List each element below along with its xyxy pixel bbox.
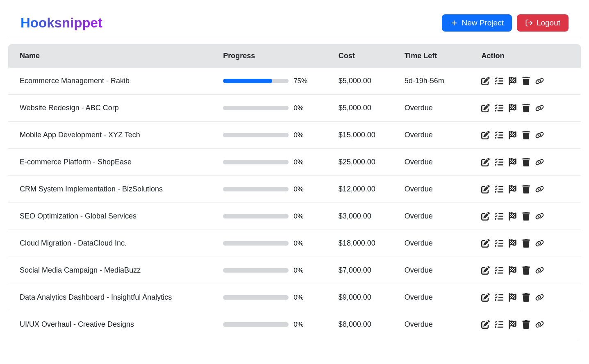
table-row: Ecommerce Management - Rakib75%$5,000.00… [8,68,581,95]
logout-button[interactable]: Logout [517,14,569,32]
tasks-icon[interactable] [495,266,503,275]
progress-cell: 0% [223,104,339,112]
project-name: Ecommerce Management - Rakib [20,77,223,85]
table-row: CRM System Implementation - BizSolutions… [8,176,581,203]
edit-icon[interactable] [481,266,490,275]
progress-bar [223,79,289,83]
edit-icon[interactable] [481,185,490,193]
new-project-button[interactable]: New Project [442,14,512,32]
tasks-icon[interactable] [495,185,503,193]
progress-bar [223,160,289,164]
flag-icon[interactable] [508,77,517,85]
tasks-icon[interactable] [495,320,503,329]
project-name: Data Analytics Dashboard - Insightful An… [20,293,223,302]
brand-logo[interactable]: Hooksnippet [20,15,102,31]
flag-icon[interactable] [508,185,517,193]
tasks-icon[interactable] [495,131,503,139]
edit-icon[interactable] [481,131,490,139]
project-timeleft: Overdue [405,185,482,193]
project-timeleft: Overdue [405,320,482,329]
link-icon[interactable] [535,77,544,85]
flag-icon[interactable] [508,239,517,248]
flag-icon[interactable] [508,320,517,329]
link-icon[interactable] [535,239,544,248]
tasks-icon[interactable] [495,212,503,221]
flag-icon[interactable] [508,293,517,302]
flag-icon[interactable] [508,104,517,112]
progress-label: 0% [293,212,304,221]
project-name: Website Redesign - ABC Corp [20,104,223,112]
flag-icon[interactable] [508,266,517,275]
trash-icon[interactable] [522,266,530,275]
trash-icon[interactable] [522,131,530,139]
progress-bar [223,322,289,327]
project-timeleft: Overdue [405,104,482,112]
progress-cell: 0% [223,239,339,248]
edit-icon[interactable] [481,77,490,85]
table-row: Mobile App Development - XYZ Tech0%$15,0… [8,122,581,149]
project-cost: $15,000.00 [339,131,405,139]
tasks-icon[interactable] [495,77,503,85]
progress-bar [223,295,289,300]
trash-icon[interactable] [522,104,530,112]
flag-icon[interactable] [508,131,517,139]
flag-icon[interactable] [508,212,517,221]
actions-cell [481,293,569,302]
project-name: CRM System Implementation - BizSolutions [20,185,223,193]
actions-cell [481,239,569,248]
project-timeleft: Overdue [405,266,482,275]
edit-icon[interactable] [481,293,490,302]
progress-label: 0% [293,266,304,275]
progress-bar [223,241,289,246]
progress-label: 75% [293,77,307,85]
link-icon[interactable] [535,293,544,302]
trash-icon[interactable] [522,77,530,85]
tasks-icon[interactable] [495,104,503,112]
projects-table: Name Progress Cost Time Left Action Ecom… [8,44,581,338]
tasks-icon[interactable] [495,293,503,302]
link-icon[interactable] [535,185,544,193]
trash-icon[interactable] [522,185,530,193]
trash-icon[interactable] [522,212,530,221]
link-icon[interactable] [535,131,544,139]
project-timeleft: Overdue [405,293,482,302]
progress-label: 0% [293,321,304,329]
link-icon[interactable] [535,104,544,112]
progress-bar [223,133,289,137]
actions-cell [481,131,569,139]
edit-icon[interactable] [481,212,490,221]
trash-icon[interactable] [522,239,530,248]
progress-label: 0% [293,158,304,166]
table-row: SEO Optimization - Global Services0%$3,0… [8,203,581,230]
flag-icon[interactable] [508,158,517,166]
tasks-icon[interactable] [495,239,503,248]
table-row: UI/UX Overhaul - Creative Designs0%$8,00… [8,311,581,338]
progress-bar [223,106,289,110]
project-name: Cloud Migration - DataCloud Inc. [20,239,223,248]
link-icon[interactable] [535,158,544,166]
tasks-icon[interactable] [495,158,503,166]
trash-icon[interactable] [522,158,530,166]
link-icon[interactable] [535,212,544,221]
header: Hooksnippet New Project Logout [8,8,581,38]
link-icon[interactable] [535,266,544,275]
project-name: Mobile App Development - XYZ Tech [20,131,223,139]
table-row: Cloud Migration - DataCloud Inc.0%$18,00… [8,230,581,257]
edit-icon[interactable] [481,104,490,112]
actions-cell [481,104,569,112]
actions-cell [481,185,569,193]
link-icon[interactable] [535,320,544,329]
trash-icon[interactable] [522,320,530,329]
trash-icon[interactable] [522,293,530,302]
progress-cell: 0% [223,321,339,329]
progress-cell: 0% [223,185,339,193]
edit-icon[interactable] [481,239,490,248]
project-cost: $8,000.00 [339,320,405,329]
project-name: SEO Optimization - Global Services [20,212,223,221]
progress-cell: 0% [223,158,339,166]
project-name: E-commerce Platform - ShopEase [20,158,223,166]
edit-icon[interactable] [481,158,490,166]
project-timeleft: Overdue [405,131,482,139]
edit-icon[interactable] [481,320,490,329]
progress-cell: 0% [223,293,339,302]
